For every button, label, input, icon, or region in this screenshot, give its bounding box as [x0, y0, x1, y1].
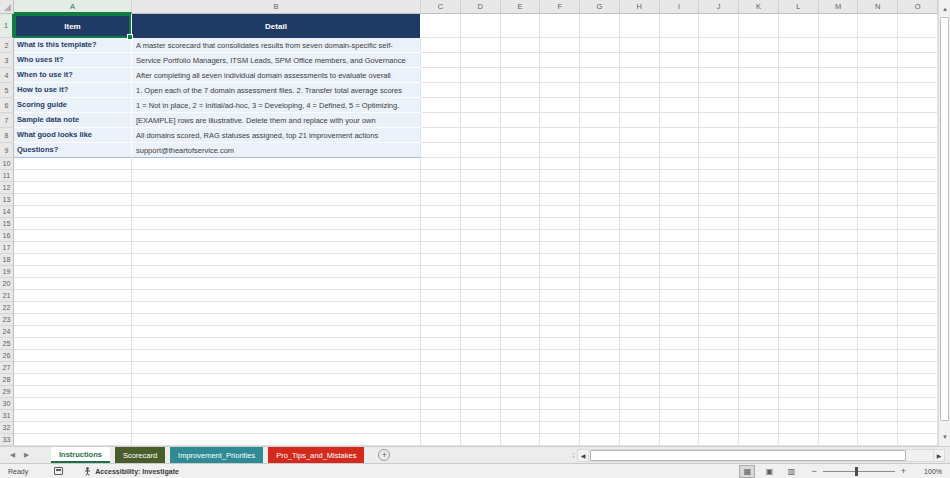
cell[interactable]	[540, 83, 580, 98]
cell[interactable]	[858, 182, 898, 194]
cell[interactable]	[421, 194, 461, 206]
cell[interactable]	[620, 38, 660, 53]
column-header-A[interactable]: A	[14, 0, 132, 14]
cell[interactable]	[501, 302, 541, 314]
zoom-slider-thumb[interactable]	[855, 467, 858, 476]
cell[interactable]	[132, 254, 421, 266]
cell[interactable]	[580, 53, 620, 68]
row-header-1[interactable]: 1	[0, 14, 14, 38]
column-header-L[interactable]: L	[779, 0, 819, 14]
row-header-9[interactable]: 9	[0, 143, 14, 158]
cell[interactable]	[699, 302, 739, 314]
cell[interactable]	[501, 350, 541, 362]
cell-A8[interactable]: What good looks like	[14, 128, 132, 143]
cell[interactable]	[858, 206, 898, 218]
cell[interactable]	[421, 218, 461, 230]
cell[interactable]	[779, 83, 819, 98]
cell[interactable]	[858, 242, 898, 254]
row-header-8[interactable]: 8	[0, 128, 14, 143]
cell[interactable]	[461, 398, 501, 410]
cell[interactable]	[421, 266, 461, 278]
macro-record-icon[interactable]	[54, 467, 63, 475]
cell[interactable]	[819, 194, 859, 206]
cell[interactable]	[819, 278, 859, 290]
page-layout-view-icon[interactable]: ▣	[761, 465, 777, 478]
cell[interactable]	[660, 422, 700, 434]
cell[interactable]	[580, 410, 620, 422]
vertical-scroll-thumb[interactable]	[940, 17, 949, 421]
cell[interactable]	[898, 290, 938, 302]
cell[interactable]	[620, 113, 660, 128]
cell[interactable]	[898, 326, 938, 338]
row-header-26[interactable]: 26	[0, 350, 14, 362]
cell[interactable]	[132, 362, 421, 374]
cell[interactable]	[898, 314, 938, 326]
cell[interactable]	[14, 374, 132, 386]
cell[interactable]	[132, 206, 421, 218]
column-header-M[interactable]: M	[819, 0, 859, 14]
cell[interactable]	[501, 206, 541, 218]
cell[interactable]	[858, 374, 898, 386]
cell[interactable]	[739, 254, 779, 266]
cell[interactable]	[898, 68, 938, 83]
cell[interactable]	[14, 242, 132, 254]
cell[interactable]	[739, 398, 779, 410]
cell[interactable]	[779, 68, 819, 83]
cell[interactable]	[779, 194, 819, 206]
cell[interactable]	[620, 398, 660, 410]
cell[interactable]	[421, 143, 461, 158]
cell[interactable]	[779, 338, 819, 350]
cell[interactable]	[779, 410, 819, 422]
cell[interactable]	[540, 254, 580, 266]
cell[interactable]	[898, 422, 938, 434]
cell[interactable]	[858, 350, 898, 362]
cell[interactable]	[461, 14, 501, 38]
cell[interactable]	[421, 302, 461, 314]
cell[interactable]	[580, 68, 620, 83]
cell[interactable]	[540, 386, 580, 398]
cell-B5[interactable]: 1. Open each of the 7 domain assessment …	[132, 83, 421, 98]
cell[interactable]	[580, 218, 620, 230]
cell[interactable]	[461, 128, 501, 143]
cell[interactable]	[620, 422, 660, 434]
cell[interactable]	[580, 350, 620, 362]
cell[interactable]	[660, 230, 700, 242]
zoom-out-icon[interactable]: −	[811, 466, 816, 476]
cell[interactable]	[132, 278, 421, 290]
cell[interactable]	[858, 128, 898, 143]
cell[interactable]	[660, 218, 700, 230]
horizontal-scroll-track[interactable]	[589, 449, 933, 462]
cell[interactable]	[580, 422, 620, 434]
cell[interactable]	[739, 170, 779, 182]
cell[interactable]	[620, 326, 660, 338]
cell[interactable]	[858, 83, 898, 98]
cell[interactable]	[660, 182, 700, 194]
cell[interactable]	[501, 158, 541, 170]
cell[interactable]	[461, 434, 501, 446]
cell[interactable]	[620, 434, 660, 446]
cell[interactable]	[620, 314, 660, 326]
cell[interactable]	[580, 143, 620, 158]
cell[interactable]	[461, 113, 501, 128]
cell[interactable]	[779, 278, 819, 290]
cell[interactable]	[620, 98, 660, 113]
cell[interactable]	[660, 410, 700, 422]
cell[interactable]	[620, 278, 660, 290]
cell[interactable]	[819, 38, 859, 53]
cell[interactable]	[660, 206, 700, 218]
cell[interactable]	[898, 14, 938, 38]
cell[interactable]	[858, 143, 898, 158]
row-header-12[interactable]: 12	[0, 182, 14, 194]
column-header-D[interactable]: D	[461, 0, 501, 14]
cell[interactable]	[620, 68, 660, 83]
cell[interactable]	[739, 218, 779, 230]
cell[interactable]	[580, 38, 620, 53]
cell[interactable]	[580, 434, 620, 446]
cell[interactable]	[699, 194, 739, 206]
cell[interactable]	[660, 242, 700, 254]
cell[interactable]	[858, 98, 898, 113]
cell[interactable]	[501, 422, 541, 434]
cell[interactable]	[540, 422, 580, 434]
cell[interactable]	[699, 83, 739, 98]
cell[interactable]	[660, 194, 700, 206]
